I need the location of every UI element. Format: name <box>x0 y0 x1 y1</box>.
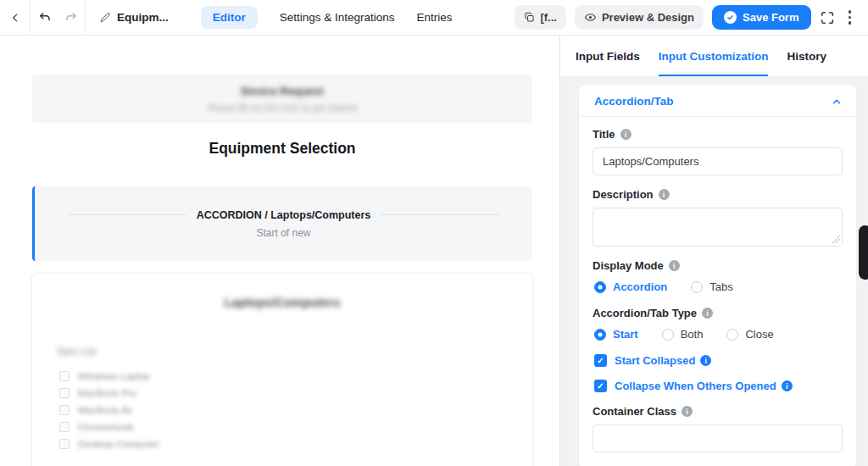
tab-history[interactable]: History <box>787 36 826 76</box>
accordion-content-card[interactable]: Laptops/Computers Item List Windows Lapt… <box>32 274 532 466</box>
back-button[interactable] <box>0 0 31 36</box>
tab-type-group: Accordion/Tab Type i Start Bo <box>593 307 843 341</box>
info-icon[interactable]: i <box>702 308 713 319</box>
info-icon[interactable]: i <box>782 380 793 391</box>
collapsed-drawer-handle[interactable] <box>859 225 868 280</box>
radio-close[interactable]: Close <box>726 328 773 341</box>
sidebar-body: Accordion/Tab Title i <box>560 76 868 466</box>
accordion-start-element[interactable]: ACCORDION / Laptops/Computers Start of n… <box>32 186 532 261</box>
redo-button[interactable] <box>58 0 85 36</box>
preview-design-button[interactable]: Preview & Design <box>575 5 704 30</box>
radio-tabs[interactable]: Tabs <box>691 280 732 293</box>
eye-icon <box>584 11 597 24</box>
fullscreen-button[interactable] <box>820 10 835 25</box>
tab-editor[interactable]: Editor <box>201 6 258 29</box>
radio-accordion[interactable]: Accordion <box>594 280 667 293</box>
checkbox-icon <box>59 388 70 398</box>
tab-settings-integrations[interactable]: Settings & Integrations <box>280 11 395 24</box>
info-icon[interactable]: i <box>682 406 693 417</box>
pencil-icon <box>99 12 111 24</box>
accordion-element-title: ACCORDION / Laptops/Computers <box>197 209 371 221</box>
blurred-form-subtitle: Please fill out the form to get started <box>208 103 357 113</box>
fullscreen-icon <box>820 10 835 25</box>
tab-type-options: Start Both Close <box>594 328 843 341</box>
shortcode-button[interactable]: [f... <box>515 5 566 30</box>
save-form-label: Save Form <box>743 11 798 24</box>
container-class-label: Container Class i <box>593 405 843 418</box>
blurred-checkbox-item: Desktop Computer <box>59 439 507 449</box>
panel-header[interactable]: Accordion/Tab <box>579 85 856 117</box>
blurred-form-title: Device Request <box>242 85 324 97</box>
tab-type-label: Accordion/Tab Type i <box>593 307 843 319</box>
description-textarea[interactable] <box>593 208 843 247</box>
toolbar-divider <box>85 0 86 36</box>
radio-unselected-icon <box>726 329 738 341</box>
accordion-element-title-row: ACCORDION / Laptops/Computers <box>58 209 510 221</box>
radio-both[interactable]: Both <box>662 328 704 341</box>
collapse-when-others-opened-checkbox[interactable]: ✓ Collapse When Others Opened i <box>594 380 843 392</box>
checkbox-icon <box>59 371 70 381</box>
main-area: Device Request Please fill out the form … <box>0 36 868 466</box>
chevron-left-icon <box>9 12 21 24</box>
container-class-input[interactable] <box>593 424 843 452</box>
panel-title: Accordion/Tab <box>594 95 674 108</box>
info-icon[interactable]: i <box>659 189 670 200</box>
tab-entries[interactable]: Entries <box>417 11 453 24</box>
display-mode-label: Display Mode i <box>593 259 843 272</box>
checkbox-icon <box>59 439 70 449</box>
form-header-element[interactable]: Device Request Please fill out the form … <box>32 75 532 123</box>
tab-input-customization[interactable]: Input Customization <box>659 36 769 76</box>
form-heading[interactable]: Equipment Selection <box>32 140 532 158</box>
info-icon[interactable]: i <box>700 355 711 366</box>
tab-input-fields[interactable]: Input Fields <box>576 36 640 76</box>
toolbar-right-actions: [f... Preview & Design Save Form <box>515 5 868 30</box>
undo-button[interactable] <box>31 0 58 36</box>
blurred-section-heading: Laptops/Computers <box>58 296 507 309</box>
accordion-tab-panel: Accordion/Tab Title i <box>579 85 856 466</box>
title-field-group: Title i <box>593 128 843 175</box>
checkbox-checked-icon: ✓ <box>594 380 607 392</box>
sidebar-tabs: Input Fields Input Customization History <box>560 36 868 76</box>
form-title-label: Equipm... <box>117 11 169 24</box>
blurred-checkbox-item: MacBook Pro <box>59 388 507 398</box>
panel-body: Title i Description i <box>579 117 856 466</box>
start-collapsed-checkbox[interactable]: ✓ Start Collapsed i <box>594 354 843 367</box>
info-icon[interactable]: i <box>669 260 680 271</box>
accordion-element-subtitle: Start of new <box>256 227 310 239</box>
shortcode-label: [f... <box>540 11 557 24</box>
checkbox-icon <box>59 422 70 432</box>
title-input[interactable] <box>593 147 843 175</box>
save-form-button[interactable]: Save Form <box>712 5 810 30</box>
info-icon[interactable]: i <box>620 129 632 140</box>
divider-line <box>68 214 186 215</box>
checkbox-checked-icon: ✓ <box>594 354 607 367</box>
undo-icon <box>37 10 52 25</box>
more-options-button[interactable] <box>843 7 857 28</box>
settings-sidebar: Input Fields Input Customization History… <box>559 36 868 466</box>
redo-icon <box>64 10 79 25</box>
form-title-edit[interactable]: Equipm... <box>99 11 169 24</box>
check-circle-icon <box>724 11 737 24</box>
checkbox-icon <box>59 405 70 415</box>
divider-line <box>381 214 499 215</box>
radio-unselected-icon <box>662 329 674 341</box>
radio-selected-icon <box>594 281 606 293</box>
blurred-checkbox-item: Chromebook <box>59 422 507 432</box>
kebab-icon <box>849 10 852 14</box>
title-label: Title i <box>593 128 843 141</box>
chevron-up-icon[interactable] <box>831 96 843 108</box>
editor-nav-tabs: Editor Settings & Integrations Entries <box>201 6 453 29</box>
blurred-checkbox-item: Windows Laptop <box>59 371 507 381</box>
container-class-group: Container Class i <box>593 405 843 452</box>
radio-unselected-icon <box>691 281 703 293</box>
preview-design-label: Preview & Design <box>602 11 694 24</box>
copy-icon <box>524 12 535 23</box>
description-label: Description i <box>593 188 843 201</box>
blurred-field-label: Item List <box>58 346 96 358</box>
display-mode-group: Display Mode i Accordion Tabs <box>593 259 843 293</box>
display-mode-options: Accordion Tabs <box>594 280 843 293</box>
radio-selected-icon <box>594 329 606 341</box>
form-canvas: Device Request Please fill out the form … <box>0 36 559 466</box>
radio-start[interactable]: Start <box>594 328 638 341</box>
blurred-checkbox-item: MacBook Air <box>59 405 507 415</box>
